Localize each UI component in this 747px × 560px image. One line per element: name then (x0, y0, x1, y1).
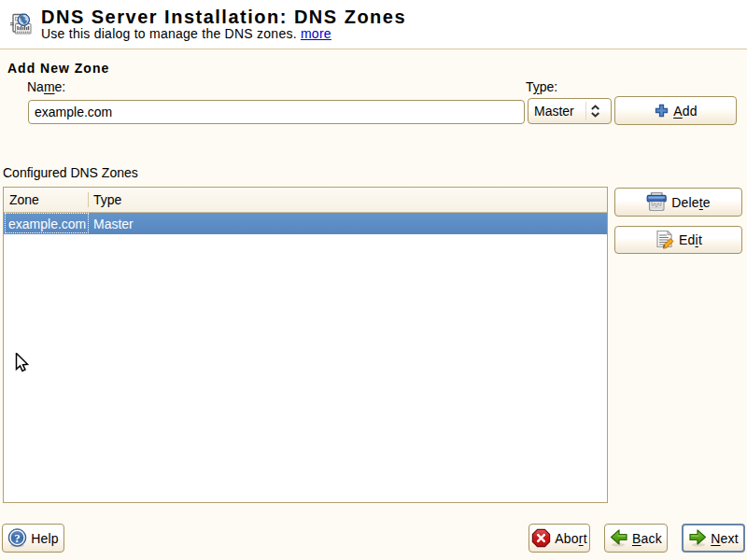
svg-text:?: ? (14, 531, 21, 545)
